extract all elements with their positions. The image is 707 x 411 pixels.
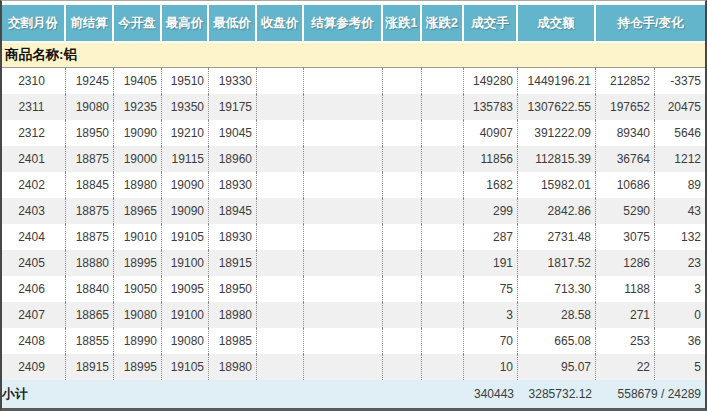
- cell-prev_settle: 18875: [66, 224, 114, 250]
- col-header-high: 最高价: [162, 5, 209, 43]
- cell-close: [257, 172, 304, 198]
- cell-prev_settle: 18845: [66, 172, 114, 198]
- cell-open: 19000: [114, 146, 162, 172]
- product-row: 商品名称:铝: [2, 43, 705, 68]
- cell-month: 2312: [2, 120, 66, 146]
- cell-change1: [383, 302, 422, 328]
- cell-close: [257, 328, 304, 354]
- cell-low: 18945: [209, 198, 257, 224]
- cell-high: 19100: [162, 302, 209, 328]
- cell-high: 19100: [162, 250, 209, 276]
- cell-settle_ref: [304, 172, 383, 198]
- cell-low: 18985: [209, 328, 257, 354]
- cell-oi_change: 89: [655, 172, 705, 198]
- cell-change2: [422, 276, 464, 302]
- cell-turnover: 15982.01: [518, 172, 596, 198]
- cell-close: [257, 276, 304, 302]
- cell-month: 2402: [2, 172, 66, 198]
- cell-prev_settle: 18840: [66, 276, 114, 302]
- cell-close: [257, 94, 304, 120]
- cell-open_interest: 1188: [596, 276, 655, 302]
- cell-change1: [383, 224, 422, 250]
- cell-high: 19090: [162, 198, 209, 224]
- cell-change2: [422, 120, 464, 146]
- cell-open: 18995: [114, 354, 162, 380]
- cell-settle_ref: [304, 94, 383, 120]
- cell-change2: [422, 302, 464, 328]
- cell-open: 19405: [114, 68, 162, 94]
- cell-volume: 3: [464, 302, 518, 328]
- subtotal-turnover: 3285732.12: [518, 380, 596, 408]
- cell-open_interest: 36764: [596, 146, 655, 172]
- cell-oi_change: 1212: [655, 146, 705, 172]
- col-header-prev-settle: 前结算: [66, 5, 114, 43]
- table-row: 24061884019050190951895075713.3011883: [2, 276, 705, 302]
- cell-high: 19210: [162, 120, 209, 146]
- cell-open_interest: 22: [596, 354, 655, 380]
- subtotal-volume: 340443: [464, 380, 518, 408]
- cell-volume: 11856: [464, 146, 518, 172]
- cell-month: 2311: [2, 94, 66, 120]
- product-section: 商品名称:铝: [2, 43, 705, 68]
- cell-open: 19090: [114, 120, 162, 146]
- cell-high: 19510: [162, 68, 209, 94]
- cell-volume: 1682: [464, 172, 518, 198]
- cell-turnover: 713.30: [518, 276, 596, 302]
- cell-change1: [383, 250, 422, 276]
- cell-settle_ref: [304, 198, 383, 224]
- table-row: 2403188751896519090189452992842.86529043: [2, 198, 705, 224]
- cell-settle_ref: [304, 276, 383, 302]
- cell-high: 19115: [162, 146, 209, 172]
- cell-change1: [383, 198, 422, 224]
- cell-oi_change: 0: [655, 302, 705, 328]
- cell-turnover: 1817.52: [518, 250, 596, 276]
- cell-month: 2408: [2, 328, 66, 354]
- cell-open_interest: 253: [596, 328, 655, 354]
- col-header-open: 今开盘: [114, 5, 162, 43]
- cell-turnover: 391222.09: [518, 120, 596, 146]
- cell-open_interest: 197652: [596, 94, 655, 120]
- cell-turnover: 2731.48: [518, 224, 596, 250]
- cell-month: 2405: [2, 250, 66, 276]
- cell-low: 18980: [209, 354, 257, 380]
- cell-high: 19090: [162, 172, 209, 198]
- cell-oi_change: 43: [655, 198, 705, 224]
- cell-month: 2404: [2, 224, 66, 250]
- cell-month: 2409: [2, 354, 66, 380]
- cell-high: 19095: [162, 276, 209, 302]
- cell-low: 19045: [209, 120, 257, 146]
- subtotal-row: 小计 340443 3285732.12 558679 / 24289: [2, 380, 705, 408]
- col-header-close: 收盘价: [257, 5, 304, 43]
- cell-change2: [422, 94, 464, 120]
- cell-volume: 135783: [464, 94, 518, 120]
- cell-change2: [422, 250, 464, 276]
- cell-month: 2403: [2, 198, 66, 224]
- cell-high: 19105: [162, 354, 209, 380]
- col-header-low: 最低价: [209, 5, 257, 43]
- cell-volume: 10: [464, 354, 518, 380]
- col-header-turnover: 成交额: [518, 5, 596, 43]
- cell-high: 19350: [162, 94, 209, 120]
- cell-settle_ref: [304, 146, 383, 172]
- cell-settle_ref: [304, 354, 383, 380]
- product-name-label: 商品名称:铝: [2, 43, 705, 68]
- cell-oi_change: 23: [655, 250, 705, 276]
- cell-low: 19175: [209, 94, 257, 120]
- cell-open: 18980: [114, 172, 162, 198]
- cell-oi_change: 3: [655, 276, 705, 302]
- cell-turnover: 1307622.55: [518, 94, 596, 120]
- cell-prev_settle: 18915: [66, 354, 114, 380]
- col-header-volume: 成交手: [464, 5, 518, 43]
- cell-open: 19235: [114, 94, 162, 120]
- cell-settle_ref: [304, 224, 383, 250]
- subtotal-open-interest-change: 558679 / 24289: [596, 380, 705, 408]
- cell-volume: 40907: [464, 120, 518, 146]
- cell-oi_change: 5: [655, 354, 705, 380]
- table-row: 2310192451940519510193301492801449196.21…: [2, 68, 705, 94]
- cell-open_interest: 1286: [596, 250, 655, 276]
- cell-prev_settle: 18875: [66, 198, 114, 224]
- cell-change1: [383, 276, 422, 302]
- cell-close: [257, 68, 304, 94]
- cell-open_interest: 5290: [596, 198, 655, 224]
- col-header-settle-ref: 结算参考价: [304, 5, 383, 43]
